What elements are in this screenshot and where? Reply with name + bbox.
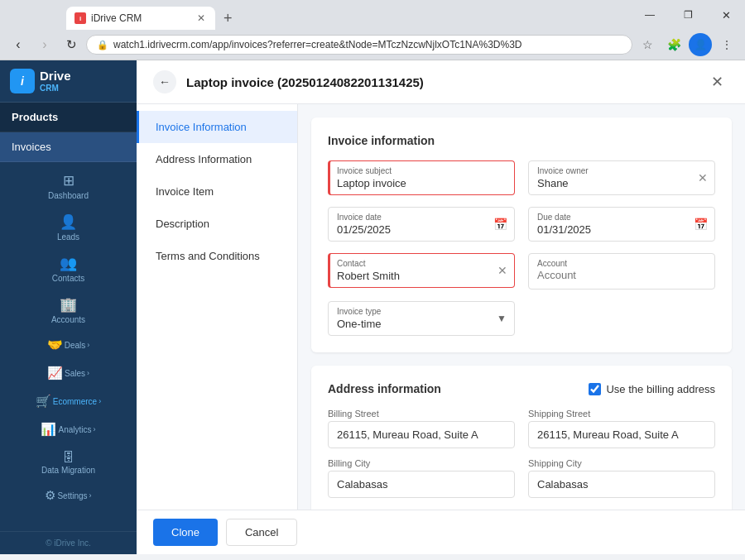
clone-button[interactable]: Clone bbox=[153, 519, 218, 546]
due-date-field: Due date 📅 bbox=[528, 207, 715, 242]
forward-nav-button[interactable]: › bbox=[33, 33, 56, 56]
menu-icon[interactable]: ⋮ bbox=[715, 33, 738, 56]
nav-item-invoice-information[interactable]: Invoice Information bbox=[137, 111, 297, 143]
footer-brand: © iDrive Inc. bbox=[0, 531, 137, 554]
nav-item-invoice-item[interactable]: Invoice Item bbox=[137, 175, 297, 208]
sales-arrow-icon: › bbox=[87, 369, 89, 377]
back-button[interactable]: ← bbox=[153, 70, 176, 93]
form-area: Invoice information Invoice subject bbox=[298, 104, 745, 510]
tab-close-icon[interactable]: ✕ bbox=[195, 12, 207, 24]
deals-arrow-icon: › bbox=[87, 341, 89, 349]
invoice-type-select[interactable]: One-time Recurring bbox=[337, 318, 484, 330]
analytics-arrow-icon: › bbox=[94, 425, 96, 433]
contact-label: Contact bbox=[337, 259, 484, 268]
close-button[interactable]: ✕ bbox=[705, 70, 728, 93]
billing-street-field: Billing Street bbox=[328, 409, 515, 448]
contact-clear-button[interactable]: ✕ bbox=[497, 264, 507, 277]
use-billing-label[interactable]: Use the billing address bbox=[589, 383, 715, 395]
invoice-date-calendar-icon[interactable]: 📅 bbox=[493, 218, 507, 231]
browser-tab[interactable]: i iDrive CRM ✕ bbox=[66, 7, 215, 30]
dashboard-icon: ⊞ bbox=[63, 172, 74, 189]
minimize-button[interactable]: — bbox=[631, 0, 669, 30]
nav-item-terms-conditions[interactable]: Terms and Conditions bbox=[137, 240, 297, 272]
tab-title: iDrive CRM bbox=[91, 12, 190, 24]
page-title: Laptop invoice (20250124082201131425) bbox=[186, 75, 705, 89]
sidebar-logo: i Drive CRM bbox=[0, 60, 137, 103]
invoice-owner-input[interactable] bbox=[537, 177, 685, 189]
due-date-label: Due date bbox=[537, 213, 685, 222]
sidebar-item-deals[interactable]: 🤝 Deals › bbox=[0, 331, 137, 359]
profile-icon[interactable]: 👤 bbox=[689, 33, 712, 56]
tab-favicon: i bbox=[74, 12, 86, 24]
owner-clear-button[interactable]: ✕ bbox=[698, 171, 708, 184]
sales-icon: 📈 bbox=[47, 366, 63, 381]
invoices-menu-item[interactable]: Invoices bbox=[0, 132, 137, 162]
invoice-type-label: Invoice type bbox=[337, 307, 484, 316]
invoice-type-field: Invoice type One-time Recurring ▼ bbox=[328, 301, 515, 336]
shipping-street-label: Shipping Street bbox=[528, 409, 715, 419]
due-date-calendar-icon[interactable]: 📅 bbox=[694, 218, 708, 231]
billing-city-input[interactable] bbox=[328, 471, 515, 498]
analytics-icon: 📊 bbox=[41, 422, 56, 437]
sidebar-item-data-migration[interactable]: 🗄 Data Migration bbox=[0, 443, 137, 481]
back-nav-button[interactable]: ‹ bbox=[7, 33, 30, 56]
shipping-street-field: Shipping Street bbox=[528, 409, 715, 448]
invoice-date-input[interactable] bbox=[337, 223, 484, 236]
reload-button[interactable]: ↻ bbox=[60, 33, 83, 56]
billing-street-input[interactable] bbox=[328, 421, 515, 448]
window-controls: — ❐ ✕ bbox=[631, 0, 745, 30]
ecommerce-arrow-icon: › bbox=[99, 397, 101, 405]
address-bar[interactable]: 🔒 watch1.idrivecrm.com/app/invoices?refe… bbox=[86, 35, 632, 55]
data-migration-icon: 🗄 bbox=[62, 450, 74, 464]
maximize-button[interactable]: ❐ bbox=[669, 0, 707, 30]
lock-icon: 🔒 bbox=[97, 40, 108, 50]
invoice-subject-field: Invoice subject bbox=[328, 160, 515, 195]
leads-icon: 👤 bbox=[60, 213, 77, 231]
due-date-input[interactable] bbox=[537, 223, 685, 236]
invoice-date-label: Invoice date bbox=[337, 213, 484, 222]
account-input[interactable] bbox=[537, 269, 706, 281]
footer-bar: Clone Cancel bbox=[137, 510, 745, 554]
sidebar-nav: ⊞ Dashboard 👤 Leads 👥 Contacts 🏢 Account… bbox=[0, 162, 137, 531]
cancel-button[interactable]: Cancel bbox=[226, 519, 297, 546]
ecommerce-icon: 🛒 bbox=[36, 394, 51, 409]
use-billing-text: Use the billing address bbox=[606, 383, 715, 395]
extensions-icon[interactable]: 🧩 bbox=[662, 33, 685, 56]
billing-city-field: Billing City bbox=[328, 458, 515, 498]
detail-header: ← Laptop invoice (20250124082201131425) … bbox=[137, 60, 745, 104]
sidebar-item-accounts[interactable]: 🏢 Accounts bbox=[0, 290, 137, 331]
settings-arrow-icon: › bbox=[89, 491, 92, 500]
sidebar-item-settings[interactable]: ⚙ Settings › bbox=[0, 481, 137, 510]
nav-item-address-information[interactable]: Address Information bbox=[137, 143, 297, 175]
sidebar-item-ecommerce[interactable]: 🛒 Ecommerce › bbox=[0, 387, 137, 415]
close-window-button[interactable]: ✕ bbox=[707, 0, 745, 30]
sidebar-item-analytics[interactable]: 📊 Analytics › bbox=[0, 415, 137, 443]
deals-icon: 🤝 bbox=[47, 337, 63, 352]
contacts-icon: 👥 bbox=[60, 255, 77, 272]
use-billing-checkbox[interactable] bbox=[589, 383, 601, 395]
billing-city-label: Billing City bbox=[328, 458, 515, 468]
address-text: watch1.idrivecrm.com/app/invoices?referr… bbox=[113, 39, 622, 50]
address-info-title: Address information bbox=[328, 382, 441, 395]
new-tab-button[interactable]: + bbox=[219, 7, 238, 30]
invoice-owner-field: Invoice owner ✕ bbox=[528, 160, 715, 195]
nav-item-description[interactable]: Description bbox=[137, 208, 297, 240]
shipping-city-field: Shipping City bbox=[528, 458, 715, 498]
sidebar-item-dashboard[interactable]: ⊞ Dashboard bbox=[0, 165, 137, 207]
billing-street-label: Billing Street bbox=[328, 409, 515, 419]
invoice-owner-label: Invoice owner bbox=[537, 166, 685, 175]
contact-input[interactable] bbox=[337, 270, 484, 282]
shipping-city-input[interactable] bbox=[528, 471, 715, 498]
contact-field: Contact ✕ bbox=[328, 253, 515, 290]
settings-icon: ⚙ bbox=[45, 488, 55, 503]
products-section: Products Invoices bbox=[0, 103, 137, 162]
shipping-street-input[interactable] bbox=[528, 421, 715, 448]
sidebar-item-contacts[interactable]: 👥 Contacts bbox=[0, 248, 137, 290]
bookmark-icon[interactable]: ☆ bbox=[636, 33, 659, 56]
products-header: Products bbox=[0, 103, 137, 132]
sidebar-item-label: Dashboard bbox=[48, 191, 89, 200]
sidebar-item-leads[interactable]: 👤 Leads bbox=[0, 207, 137, 248]
invoice-subject-input[interactable] bbox=[337, 177, 507, 189]
sidebar-item-sales[interactable]: 📈 Sales › bbox=[0, 359, 137, 387]
invoice-info-section: Invoice information Invoice subject bbox=[311, 117, 732, 352]
